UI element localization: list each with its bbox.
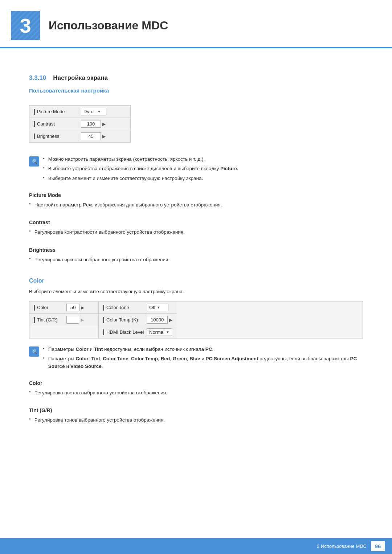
label-bar (103, 329, 104, 335)
box-color-temp: 10000 (147, 316, 168, 324)
ui-row-tint: Tint (G/R) ▶ (29, 314, 98, 326)
label-brightness: Brightness (34, 134, 81, 139)
arrow-color-temp[interactable]: ▶ (169, 317, 172, 323)
arrow-tint[interactable]: ▶ (81, 317, 84, 323)
dropdown-arrow-picture: ▼ (97, 110, 101, 114)
bullet: ● (43, 176, 45, 180)
arrow-contrast[interactable]: ▶ (102, 122, 106, 127)
note-icon-symbol-color: 🔍 (31, 349, 37, 354)
bullet: ● (43, 166, 45, 170)
note-item-2: ● Выберите элемент и измените соответств… (43, 175, 363, 182)
main-content: 3.3.10 Настройка экрана Пользовательская… (0, 48, 392, 451)
heading-contrast: Contrast (29, 219, 363, 225)
footer-text: 3 Использование MDC (317, 543, 367, 549)
value-picture-mode: Dyn... ▼ (81, 108, 106, 115)
footer-page-number: 96 (371, 541, 385, 551)
para-tint-item: ● Регулировка тонов выбранного устройств… (29, 416, 363, 427)
note-icon-color: 🔍 (29, 346, 39, 357)
box-contrast: 100 (81, 120, 101, 128)
ui-row-picture-mode: Picture Mode Dyn... ▼ (29, 106, 130, 118)
section-number: 3.3.10 (29, 74, 46, 81)
para-picture-mode: ● Настройте параметр Реж. изображения дл… (29, 201, 363, 212)
para-color-item: ● Регулировка цветов выбранного устройст… (29, 389, 363, 400)
label-color-temp: Color Temp (K) (103, 317, 147, 323)
bullet: ● (43, 156, 45, 161)
value-hdmi-black: Normal ▼ (147, 328, 172, 336)
color-col-right: Color Tone Off ▼ Color Temp (K) 100 (99, 301, 177, 338)
chapter-number-block: 3 (11, 11, 40, 40)
section-title: Настройка экрана (53, 74, 108, 81)
label-color: Color (34, 305, 66, 311)
bullet: ● (29, 202, 31, 206)
bullet: ● (29, 390, 31, 394)
value-color: 50 ▶ (66, 304, 84, 311)
label-bar (34, 305, 35, 311)
dropdown-picture-mode[interactable]: Dyn... ▼ (81, 108, 106, 115)
arrow-brightness[interactable]: ▶ (102, 134, 106, 139)
note-item-color-0: ● Параметры Color и Tint недоступны, есл… (43, 346, 363, 353)
label-bar (34, 134, 35, 139)
ui-row-color-tone: Color Tone Off ▼ (99, 301, 177, 314)
note-block-user: 🔍 ● Можно настроить параметры экрана (ко… (29, 156, 363, 184)
note-item-1: ● Выберите устройства отображения в спис… (43, 165, 363, 172)
page-footer: 3 Использование MDC 96 (0, 538, 392, 554)
chapter-title: Использование MDC (49, 19, 168, 32)
bullet: ● (29, 257, 31, 261)
bullet: ● (43, 356, 45, 360)
note-items-user: ● Можно настроить параметры экрана (конт… (43, 156, 363, 184)
page-header: 3 Использование MDC (0, 0, 392, 48)
value-tint: ▶ (66, 316, 84, 324)
label-bar (34, 317, 35, 323)
heading-color-item: Color (29, 380, 363, 386)
note-icon-symbol: 🔍 (31, 159, 37, 164)
dropdown-hdmi-black[interactable]: Normal ▼ (147, 328, 172, 336)
dropdown-arrow-hdmi: ▼ (166, 330, 170, 334)
box-color: 50 (66, 304, 79, 311)
subsection-heading-user: Пользовательская настройка (29, 87, 363, 94)
section-heading: 3.3.10 Настройка экрана (29, 74, 363, 82)
value-contrast: 100 ▶ (81, 120, 106, 128)
label-color-tone: Color Tone (103, 305, 147, 311)
bullet: ● (29, 417, 31, 421)
label-hdmi-black: HDMI Black Level (103, 329, 147, 335)
value-color-temp: 10000 ▶ (147, 316, 172, 324)
color-section-heading: Color (29, 278, 363, 284)
heading-brightness: Brightness (29, 247, 363, 253)
bullet: ● (29, 229, 31, 233)
para-brightness: ● Регулировка яркости выбранного устройс… (29, 256, 363, 267)
ui-row-hdmi-black: HDMI Black Level Normal ▼ (99, 326, 177, 338)
dropdown-color-tone[interactable]: Off ▼ (147, 304, 168, 311)
dropdown-arrow-tone: ▼ (157, 305, 160, 309)
bullet: ● (43, 346, 45, 351)
label-picture-mode: Picture Mode (34, 109, 81, 115)
arrow-color[interactable]: ▶ (81, 305, 84, 310)
note-block-color: 🔍 ● Параметры Color и Tint недоступны, е… (29, 346, 363, 372)
heading-picture-mode: Picture Mode (29, 192, 363, 198)
ui-row-brightness: Brightness 45 ▶ (29, 130, 130, 142)
ui-mockup-color: Color 50 ▶ Tint (G/R) (29, 301, 363, 338)
label-contrast: Contrast (34, 121, 81, 127)
label-tint: Tint (G/R) (34, 317, 66, 323)
box-tint (66, 316, 79, 324)
ui-row-contrast: Contrast 100 ▶ (29, 118, 130, 130)
heading-tint-item: Tint (G/R) (29, 407, 363, 413)
color-intro: Выберите элемент и измените соответствую… (29, 288, 363, 296)
note-item-0: ● Можно настроить параметры экрана (конт… (43, 156, 363, 163)
ui-row-color-temp: Color Temp (K) 10000 ▶ (99, 314, 177, 326)
ui-row-color: Color 50 ▶ (29, 301, 98, 314)
note-item-color-1: ● Параметры Color, Tint, Color Tone, Col… (43, 355, 363, 370)
label-bar (34, 121, 35, 127)
value-brightness: 45 ▶ (81, 132, 106, 140)
chapter-number: 3 (20, 14, 31, 37)
label-bar (103, 317, 104, 323)
label-bar (103, 305, 104, 311)
color-col-left: Color 50 ▶ Tint (G/R) (29, 301, 99, 338)
value-color-tone: Off ▼ (147, 304, 168, 311)
ui-mockup-picture: Picture Mode Dyn... ▼ Contrast 100 ▶ (29, 105, 131, 143)
label-bar (34, 109, 35, 115)
box-brightness: 45 (81, 132, 101, 140)
note-items-color: ● Параметры Color и Tint недоступны, есл… (43, 346, 363, 372)
para-contrast: ● Регулировка контрастности выбранного у… (29, 228, 363, 239)
note-icon-user: 🔍 (29, 156, 39, 167)
